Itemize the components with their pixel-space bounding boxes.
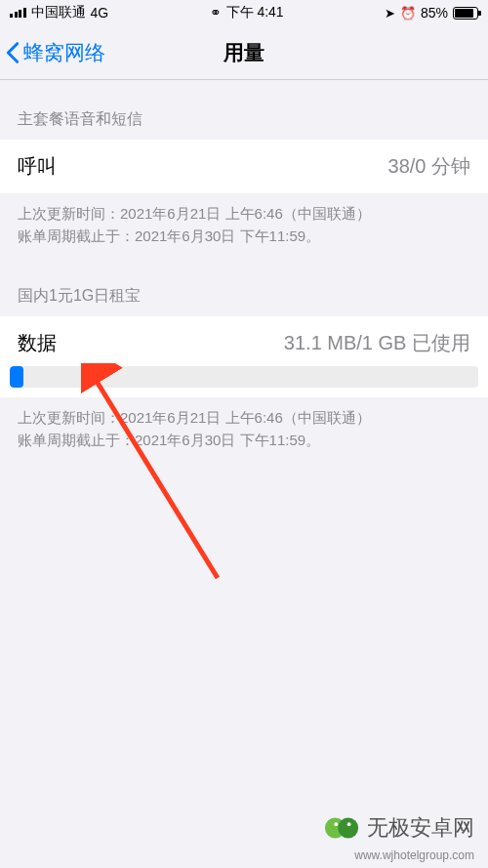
section1-header: 主套餐语音和短信	[0, 80, 488, 140]
section2-footer-line2: 账单周期截止于：2021年6月30日 下午11:59。	[18, 430, 470, 452]
watermark-logo-icon	[324, 809, 361, 847]
watermark-url: www.wjhotelgroup.com	[354, 848, 474, 862]
signal-icon	[10, 8, 26, 18]
section2-footer-line1: 上次更新时间：2021年6月21日 上午6:46（中国联通）	[18, 407, 470, 430]
section2-header: 国内1元1G日租宝	[0, 257, 488, 316]
watermark: 无极安卓网	[324, 809, 474, 847]
page-title: 用量	[224, 39, 264, 66]
svg-point-2	[338, 818, 358, 839]
network-label: 4G	[91, 5, 109, 21]
section1-footer: 上次更新时间：2021年6月21日 上午6:46（中国联通） 账单周期截止于：2…	[0, 193, 488, 257]
status-bar: 中国联通 4G ⚭ 下午 4:41 ➤ ⏰ 85%	[0, 0, 488, 25]
back-label: 蜂窝网络	[23, 39, 105, 66]
call-value: 38/0 分钟	[388, 153, 470, 180]
section1-footer-line1: 上次更新时间：2021年6月21日 上午6:46（中国联通）	[18, 203, 470, 226]
status-right: ➤ ⏰ 85%	[385, 5, 478, 21]
time-label: 下午 4:41	[226, 4, 284, 21]
battery-icon	[453, 7, 478, 20]
data-value: 31.1 MB/1 GB 已使用	[284, 330, 470, 356]
alarm-icon: ⏰	[400, 6, 416, 21]
link-icon: ⚭	[210, 5, 222, 21]
call-cell[interactable]: 呼叫 38/0 分钟	[0, 140, 488, 193]
section1-footer-line2: 账单周期截止于：2021年6月30日 下午11:59。	[18, 226, 470, 248]
location-icon: ➤	[385, 6, 395, 21]
data-progress-fill	[10, 366, 23, 388]
watermark-text: 无极安卓网	[367, 813, 474, 843]
chevron-left-icon	[6, 41, 20, 64]
back-button[interactable]: 蜂窝网络	[0, 39, 105, 66]
section2-footer: 上次更新时间：2021年6月21日 上午6:46（中国联通） 账单周期截止于：2…	[0, 397, 488, 461]
battery-percent: 85%	[421, 5, 448, 21]
svg-point-4	[347, 822, 351, 826]
call-label: 呼叫	[18, 153, 57, 180]
status-center: ⚭ 下午 4:41	[210, 4, 284, 21]
status-left: 中国联通 4G	[10, 4, 108, 21]
carrier-label: 中国联通	[31, 4, 86, 21]
data-label: 数据	[18, 330, 57, 356]
svg-point-3	[334, 822, 338, 826]
data-cell[interactable]: 数据 31.1 MB/1 GB 已使用	[0, 316, 488, 397]
data-progress-bar	[10, 366, 478, 388]
nav-bar: 蜂窝网络 用量	[0, 25, 488, 80]
